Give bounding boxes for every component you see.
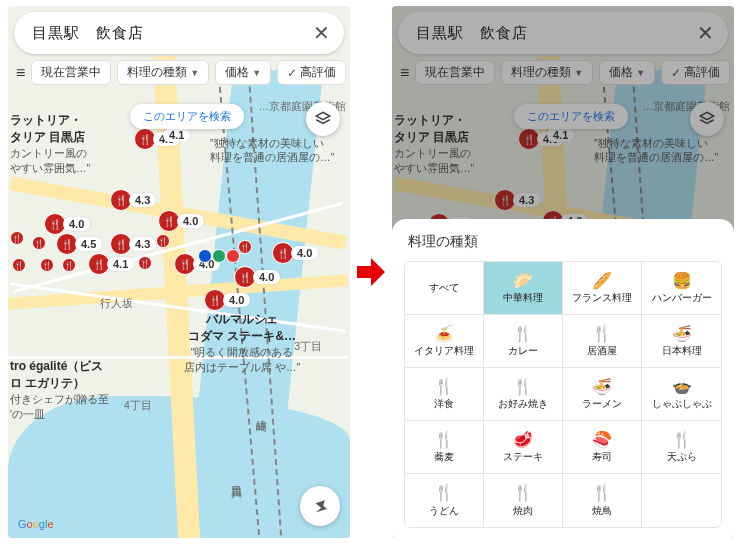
map-pin[interactable]: 🍴4.0 — [204, 289, 250, 311]
cuisine-label: うどん — [429, 505, 459, 518]
search-this-area-button[interactable]: このエリアを検索 — [130, 104, 244, 129]
cuisine-icon: 🍜 — [592, 377, 612, 395]
map-pin-small[interactable]: 🍴 — [40, 258, 54, 272]
cuisine-cell[interactable]: 🍲しゃぶしゃぶ — [642, 368, 721, 421]
cuisine-label: 蕎麦 — [434, 451, 454, 464]
phone-after: …京都庭園美術館 ラットリア・タリア 目黒店カントリー風のやすい雰囲気…" "独… — [392, 6, 734, 538]
my-location-button[interactable] — [300, 486, 340, 526]
cuisine-icon: 🍴 — [592, 324, 612, 342]
cuisine-cell[interactable]: 🍴天ぷら — [642, 421, 721, 474]
cuisine-label: 焼鳥 — [592, 505, 612, 518]
cuisine-label: ハンバーガー — [652, 292, 712, 305]
map-pin-small[interactable]: 🍴 — [62, 258, 76, 272]
cuisine-cell[interactable]: 🍴カレー — [484, 315, 563, 368]
station-dot[interactable] — [226, 249, 240, 263]
cuisine-icon: 🍲 — [672, 377, 692, 395]
map-pin-small[interactable]: 🍴 — [12, 258, 26, 272]
cuisine-label: フランス料理 — [572, 292, 632, 305]
cuisine-label: 洋食 — [434, 398, 454, 411]
arrow-icon — [356, 6, 386, 538]
cuisine-icon: 🥟 — [513, 271, 533, 289]
cuisine-label: しゃぶしゃぶ — [652, 398, 712, 411]
layers-button[interactable] — [306, 102, 340, 136]
cuisine-sheet: 料理の種類 すべて🥟中華料理🥖フランス料理🍔ハンバーガー🍝イタリア料理🍴カレー🍴… — [392, 219, 734, 538]
map-pin[interactable]: 🍴4.3 — [110, 233, 156, 255]
map-pin[interactable]: 🍴4.3 — [110, 189, 156, 211]
chip-open-now[interactable]: 現在営業中 — [31, 60, 111, 85]
cuisine-cell[interactable]: 🍴蕎麦 — [405, 421, 484, 474]
map-pin-small[interactable]: 🍴 — [32, 236, 46, 250]
cuisine-label: カレー — [508, 345, 538, 358]
cuisine-cell[interactable]: 🍔ハンバーガー — [642, 262, 721, 315]
cuisine-cell[interactable]: 🍴焼肉 — [484, 474, 563, 527]
google-logo: Google — [18, 518, 54, 530]
chip-cuisine[interactable]: 料理の種類▼ — [117, 60, 209, 85]
cuisine-label: 天ぷら — [667, 451, 697, 464]
cuisine-cell[interactable]: 🍝イタリア料理 — [405, 315, 484, 368]
cuisine-label: ステーキ — [503, 451, 543, 464]
map-callout[interactable]: バルマルシェコダマ ステーキ&… "明るく開放感のある店内はテーブル席 や…" — [184, 311, 300, 374]
cuisine-label: 居酒屋 — [587, 345, 617, 358]
station-dot-jr[interactable] — [212, 249, 226, 263]
map-pin-small[interactable]: 🍴 — [238, 240, 252, 254]
cuisine-grid: すべて🥟中華料理🥖フランス料理🍔ハンバーガー🍝イタリア料理🍴カレー🍴居酒屋🍜日本… — [404, 261, 722, 528]
cuisine-icon: 🥩 — [513, 430, 533, 448]
cuisine-icon: 🍴 — [513, 484, 533, 502]
map-pin-small[interactable]: 🍴 — [156, 234, 170, 248]
map-pin-small[interactable]: 🍴 — [138, 256, 152, 270]
search-query: 目黒駅 飲食店 — [32, 24, 144, 43]
map-pin-small[interactable]: 🍴 — [10, 231, 24, 245]
map-pin[interactable]: 🍴4.0 — [158, 210, 204, 232]
clear-search-icon[interactable]: ✕ — [313, 21, 330, 45]
cuisine-cell[interactable]: 🍜ラーメン — [563, 368, 642, 421]
cuisine-icon: 🥖 — [592, 271, 612, 289]
cuisine-cell[interactable]: すべて — [405, 262, 484, 315]
map-pin[interactable]: 🍴4.0 — [234, 266, 280, 288]
cuisine-cell[interactable]: 🍴お好み焼き — [484, 368, 563, 421]
cuisine-cell[interactable]: 🍣寿司 — [563, 421, 642, 474]
cuisine-cell[interactable]: 🍴居酒屋 — [563, 315, 642, 368]
cuisine-label: イタリア料理 — [414, 345, 474, 358]
cuisine-icon: 🍣 — [592, 430, 612, 448]
map-pin[interactable]: 🍴4.0 — [44, 213, 90, 235]
map-callout[interactable]: tro égalité（ビスロ エガリテ） 付きシェフが贈る至'の一皿 — [10, 358, 109, 421]
cuisine-label: 寿司 — [592, 451, 612, 464]
cuisine-icon: 🍜 — [672, 324, 692, 342]
cuisine-cell[interactable]: 🍴洋食 — [405, 368, 484, 421]
cuisine-icon: 🍴 — [434, 430, 454, 448]
cuisine-label: お好み焼き — [498, 398, 548, 411]
filter-bar: ≡ 現在営業中 料理の種類▼ 価格▼ ✓高評価 — [8, 60, 350, 93]
sheet-title: 料理の種類 — [404, 233, 722, 251]
cuisine-icon: 🍴 — [434, 377, 454, 395]
cuisine-label: 中華料理 — [503, 292, 543, 305]
map-pin[interactable]: 🍴4.1 — [88, 253, 134, 275]
map-callout[interactable]: ラットリア・タリア 目黒店 カントリー風のやすい雰囲気…" — [10, 112, 90, 175]
cuisine-label: 焼肉 — [513, 505, 533, 518]
chip-top-rated[interactable]: ✓高評価 — [277, 60, 346, 85]
map-label-gyoninzaka: 行人坂 — [100, 297, 133, 311]
cuisine-icon: 🍴 — [513, 377, 533, 395]
cuisine-icon: 🍴 — [672, 430, 692, 448]
cuisine-icon: 🍴 — [513, 324, 533, 342]
cuisine-cell[interactable]: 🍴うどん — [405, 474, 484, 527]
cuisine-cell[interactable]: 🥩ステーキ — [484, 421, 563, 474]
tune-icon[interactable]: ≡ — [16, 64, 25, 82]
cuisine-icon: 🍔 — [672, 271, 692, 289]
station-dot-metro[interactable] — [198, 249, 212, 263]
cuisine-cell[interactable]: 🥖フランス料理 — [563, 262, 642, 315]
map-callout[interactable]: "独特な素材の美味しい料理を普通の居酒屋の…" — [210, 136, 334, 164]
cuisine-label: ラーメン — [582, 398, 622, 411]
cuisine-label: すべて — [429, 282, 459, 295]
map-pin[interactable]: 🍴4.0 — [272, 242, 318, 264]
map-label-4chome: 4丁目 — [124, 399, 152, 413]
chip-price[interactable]: 価格▼ — [215, 60, 271, 85]
cuisine-cell[interactable]: 🥟中華料理 — [484, 262, 563, 315]
cuisine-cell[interactable]: 🍜日本料理 — [642, 315, 721, 368]
map-pin[interactable]: 4.1 — [166, 128, 190, 142]
cuisine-icon: 🍴 — [434, 484, 454, 502]
cuisine-icon: 🍝 — [434, 324, 454, 342]
map-pin[interactable]: 🍴4.5 — [56, 233, 102, 255]
cuisine-icon: 🍴 — [592, 484, 612, 502]
cuisine-cell[interactable]: 🍴焼鳥 — [563, 474, 642, 527]
search-bar[interactable]: 目黒駅 飲食店 ✕ — [14, 12, 344, 54]
